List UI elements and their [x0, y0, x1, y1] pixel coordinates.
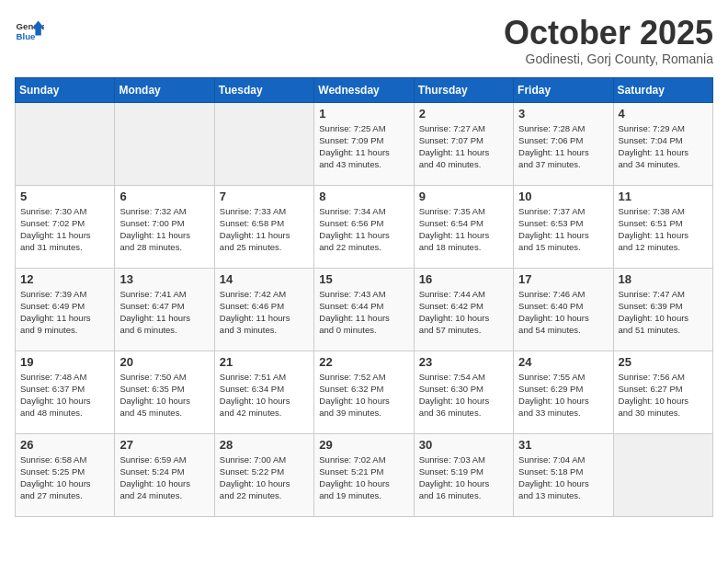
calendar-cell: 22Sunrise: 7:52 AM Sunset: 6:32 PM Dayli… — [314, 350, 414, 433]
calendar-cell: 16Sunrise: 7:44 AM Sunset: 6:42 PM Dayli… — [414, 268, 513, 350]
cell-info: Sunrise: 7:03 AM Sunset: 5:19 PM Dayligh… — [419, 454, 508, 502]
cell-info: Sunrise: 7:00 AM Sunset: 5:22 PM Dayligh… — [220, 454, 309, 502]
calendar-cell — [16, 102, 115, 185]
calendar-title: October 2025 — [504, 15, 713, 52]
calendar-cell: 27Sunrise: 6:59 AM Sunset: 5:24 PM Dayli… — [115, 433, 214, 516]
cell-info: Sunrise: 7:46 AM Sunset: 6:40 PM Dayligh… — [518, 288, 608, 337]
cell-info: Sunrise: 7:28 AM Sunset: 7:06 PM Dayligh… — [518, 122, 608, 171]
day-number: 30 — [419, 438, 508, 452]
day-number: 13 — [119, 272, 209, 286]
day-number: 15 — [319, 272, 408, 286]
weekday-header-wednesday: Wednesday — [314, 77, 414, 102]
calendar-cell: 4Sunrise: 7:29 AM Sunset: 7:04 PM Daylig… — [613, 102, 712, 185]
cell-info: Sunrise: 7:50 AM Sunset: 6:35 PM Dayligh… — [119, 371, 209, 419]
calendar-table: SundayMondayTuesdayWednesdayThursdayFrid… — [15, 77, 713, 517]
calendar-cell: 25Sunrise: 7:56 AM Sunset: 6:27 PM Dayli… — [613, 350, 712, 433]
calendar-cell: 6Sunrise: 7:32 AM Sunset: 7:00 PM Daylig… — [115, 185, 214, 268]
calendar-cell: 29Sunrise: 7:02 AM Sunset: 5:21 PM Dayli… — [314, 433, 414, 516]
cell-info: Sunrise: 7:48 AM Sunset: 6:37 PM Dayligh… — [20, 371, 109, 419]
day-number: 19 — [20, 355, 109, 369]
day-number: 28 — [220, 438, 309, 452]
week-row-3: 12Sunrise: 7:39 AM Sunset: 6:49 PM Dayli… — [16, 268, 713, 350]
day-number: 27 — [119, 438, 209, 452]
day-number: 8 — [319, 190, 408, 203]
day-number: 26 — [20, 438, 109, 452]
calendar-cell: 14Sunrise: 7:42 AM Sunset: 6:46 PM Dayli… — [214, 268, 313, 350]
logo: General Blue — [15, 15, 44, 44]
day-number: 25 — [619, 355, 708, 369]
week-row-5: 26Sunrise: 6:58 AM Sunset: 5:25 PM Dayli… — [16, 433, 713, 516]
calendar-cell: 26Sunrise: 6:58 AM Sunset: 5:25 PM Dayli… — [16, 433, 115, 516]
weekday-header-row: SundayMondayTuesdayWednesdayThursdayFrid… — [16, 77, 713, 102]
calendar-cell: 8Sunrise: 7:34 AM Sunset: 6:56 PM Daylig… — [314, 185, 414, 268]
day-number: 3 — [518, 107, 608, 121]
cell-info: Sunrise: 7:54 AM Sunset: 6:30 PM Dayligh… — [419, 371, 508, 419]
calendar-cell: 7Sunrise: 7:33 AM Sunset: 6:58 PM Daylig… — [214, 185, 313, 268]
calendar-cell: 30Sunrise: 7:03 AM Sunset: 5:19 PM Dayli… — [414, 433, 513, 516]
day-number: 17 — [518, 272, 608, 286]
cell-info: Sunrise: 7:42 AM Sunset: 6:46 PM Dayligh… — [220, 288, 309, 337]
cell-info: Sunrise: 7:43 AM Sunset: 6:44 PM Dayligh… — [319, 288, 408, 337]
cell-info: Sunrise: 7:29 AM Sunset: 7:04 PM Dayligh… — [619, 122, 708, 171]
cell-info: Sunrise: 7:47 AM Sunset: 6:39 PM Dayligh… — [619, 288, 708, 337]
calendar-cell: 28Sunrise: 7:00 AM Sunset: 5:22 PM Dayli… — [214, 433, 313, 516]
cell-info: Sunrise: 7:44 AM Sunset: 6:42 PM Dayligh… — [419, 288, 508, 337]
day-number: 31 — [518, 438, 608, 452]
calendar-cell: 19Sunrise: 7:48 AM Sunset: 6:37 PM Dayli… — [16, 350, 115, 433]
day-number: 18 — [619, 272, 708, 286]
logo-icon: General Blue — [15, 15, 44, 44]
day-number: 9 — [419, 190, 508, 203]
cell-info: Sunrise: 7:32 AM Sunset: 7:00 PM Dayligh… — [119, 205, 209, 254]
calendar-cell — [115, 102, 214, 185]
cell-info: Sunrise: 7:37 AM Sunset: 6:53 PM Dayligh… — [518, 205, 608, 254]
cell-info: Sunrise: 7:30 AM Sunset: 7:02 PM Dayligh… — [20, 205, 109, 254]
week-row-2: 5Sunrise: 7:30 AM Sunset: 7:02 PM Daylig… — [16, 185, 713, 268]
cell-info: Sunrise: 7:38 AM Sunset: 6:51 PM Dayligh… — [619, 205, 708, 254]
day-number: 22 — [319, 355, 408, 369]
weekday-header-saturday: Saturday — [613, 77, 712, 102]
cell-info: Sunrise: 7:27 AM Sunset: 7:07 PM Dayligh… — [419, 122, 508, 171]
calendar-cell: 3Sunrise: 7:28 AM Sunset: 7:06 PM Daylig… — [514, 102, 613, 185]
day-number: 12 — [20, 272, 109, 286]
cell-info: Sunrise: 7:39 AM Sunset: 6:49 PM Dayligh… — [20, 288, 109, 337]
calendar-subtitle: Godinesti, Gorj County, Romania — [504, 52, 713, 66]
weekday-header-tuesday: Tuesday — [214, 77, 313, 102]
calendar-cell: 9Sunrise: 7:35 AM Sunset: 6:54 PM Daylig… — [414, 185, 513, 268]
day-number: 2 — [419, 107, 508, 121]
calendar-cell — [613, 433, 712, 516]
week-row-1: 1Sunrise: 7:25 AM Sunset: 7:09 PM Daylig… — [16, 102, 713, 185]
day-number: 6 — [119, 190, 209, 203]
weekday-header-thursday: Thursday — [414, 77, 513, 102]
cell-info: Sunrise: 7:56 AM Sunset: 6:27 PM Dayligh… — [619, 371, 708, 419]
day-number: 5 — [20, 190, 109, 203]
day-number: 29 — [319, 438, 408, 452]
calendar-cell: 13Sunrise: 7:41 AM Sunset: 6:47 PM Dayli… — [115, 268, 214, 350]
cell-info: Sunrise: 7:35 AM Sunset: 6:54 PM Dayligh… — [419, 205, 508, 254]
calendar-cell: 1Sunrise: 7:25 AM Sunset: 7:09 PM Daylig… — [314, 102, 414, 185]
calendar-cell: 10Sunrise: 7:37 AM Sunset: 6:53 PM Dayli… — [514, 185, 613, 268]
calendar-cell: 23Sunrise: 7:54 AM Sunset: 6:30 PM Dayli… — [414, 350, 513, 433]
day-number: 10 — [518, 190, 608, 203]
calendar-cell: 24Sunrise: 7:55 AM Sunset: 6:29 PM Dayli… — [514, 350, 613, 433]
cell-info: Sunrise: 6:58 AM Sunset: 5:25 PM Dayligh… — [20, 454, 109, 502]
calendar-cell — [214, 102, 313, 185]
cell-info: Sunrise: 7:02 AM Sunset: 5:21 PM Dayligh… — [319, 454, 408, 502]
cell-info: Sunrise: 7:34 AM Sunset: 6:56 PM Dayligh… — [319, 205, 408, 254]
svg-text:Blue: Blue — [17, 31, 36, 41]
day-number: 11 — [619, 190, 708, 203]
cell-info: Sunrise: 7:51 AM Sunset: 6:34 PM Dayligh… — [220, 371, 309, 419]
cell-info: Sunrise: 7:33 AM Sunset: 6:58 PM Dayligh… — [220, 205, 309, 254]
calendar-cell: 5Sunrise: 7:30 AM Sunset: 7:02 PM Daylig… — [16, 185, 115, 268]
day-number: 20 — [119, 355, 209, 369]
calendar-cell: 18Sunrise: 7:47 AM Sunset: 6:39 PM Dayli… — [613, 268, 712, 350]
title-area: October 2025 Godinesti, Gorj County, Rom… — [504, 15, 713, 66]
cell-info: Sunrise: 7:25 AM Sunset: 7:09 PM Dayligh… — [319, 122, 408, 171]
weekday-header-friday: Friday — [514, 77, 613, 102]
calendar-cell: 20Sunrise: 7:50 AM Sunset: 6:35 PM Dayli… — [115, 350, 214, 433]
day-number: 7 — [220, 190, 309, 203]
weekday-header-monday: Monday — [115, 77, 214, 102]
cell-info: Sunrise: 7:52 AM Sunset: 6:32 PM Dayligh… — [319, 371, 408, 419]
calendar-cell: 21Sunrise: 7:51 AM Sunset: 6:34 PM Dayli… — [214, 350, 313, 433]
cell-info: Sunrise: 7:55 AM Sunset: 6:29 PM Dayligh… — [518, 371, 608, 419]
calendar-cell: 12Sunrise: 7:39 AM Sunset: 6:49 PM Dayli… — [16, 268, 115, 350]
